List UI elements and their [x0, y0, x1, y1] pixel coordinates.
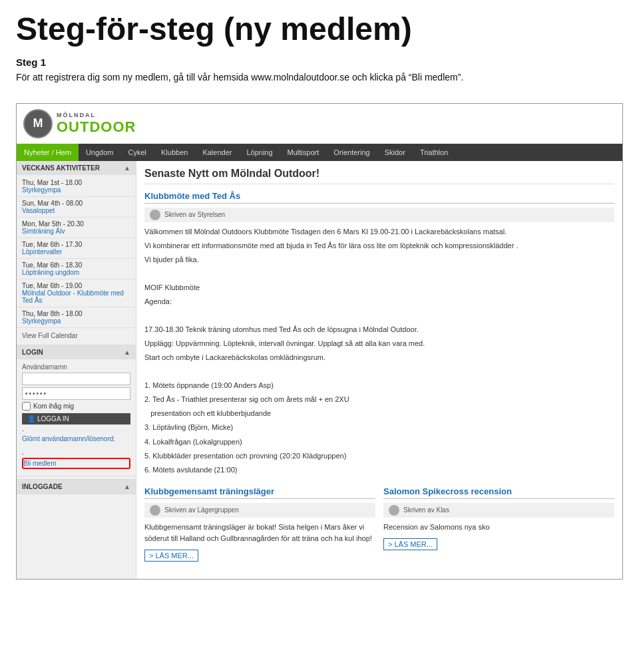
site-nav: Nyheter / Hem Ungdom Cykel Klubben Kalen…	[17, 144, 622, 161]
login-form: Användarnamn Kom ihåg mig 👤 LOGGA IN · G…	[17, 359, 136, 476]
inloggade-header[interactable]: INLOGGADE ▲	[17, 480, 136, 494]
author-label-3: Skriven av Klas	[403, 506, 449, 514]
list-item: Tue, Mar 6th - 17.30 Löpintervaller	[17, 240, 136, 257]
event-date: Tue, Mar 6th - 19.00	[22, 282, 130, 289]
avatar	[150, 210, 160, 220]
event-link[interactable]: Styrkegympa	[22, 186, 130, 194]
author-label-1: Skriven av Styrelsen	[164, 211, 225, 218]
veckans-label: VECKANS AKTIVITETER	[22, 164, 100, 172]
list-item: Mon, Mar 5th - 20.30 Simträning Älv	[17, 219, 136, 236]
inloggade-section: INLOGGADE ▲	[17, 479, 136, 494]
nav-item-cykel[interactable]: Cykel	[121, 144, 154, 161]
event-link[interactable]: Styrkegympa	[22, 317, 130, 325]
user-icon: 👤	[27, 415, 35, 422]
event-date: Tue, Mar 6th - 17.30	[22, 241, 130, 248]
event-link[interactable]: Löpintervaller	[22, 248, 130, 255]
author-bar-2: Skriven av Lägergruppen	[144, 503, 375, 518]
username-input[interactable]	[22, 373, 130, 385]
view-full-calendar-link[interactable]: View Full Calendar	[17, 329, 136, 342]
article-spikecross: Salomon Spikecross recension Skriven av …	[383, 486, 614, 562]
login-button-label: LOGGA IN	[37, 415, 69, 422]
las-mer-link-3[interactable]: > LÄS MER...	[383, 538, 437, 550]
inloggade-arrow: ▲	[124, 483, 130, 490]
divider	[17, 196, 136, 197]
divider	[17, 217, 136, 218]
site-content: VECKANS AKTIVITETER ▲ Thu, Mar 1st - 18.…	[17, 161, 622, 579]
author-bar-3: Skriven av Klas	[383, 503, 614, 518]
site-header: M MÖLNDAL OUTDOOR	[17, 104, 622, 144]
main-content: Senaste Nytt om Mölndal Outdoor! Klubbmö…	[136, 161, 622, 579]
top-section: Steg-för-steg (ny medlem) Steg 1 För att…	[0, 0, 639, 91]
password-input[interactable]	[22, 387, 130, 400]
event-date: Thu, Mar 8th - 18.00	[22, 310, 130, 317]
divider	[17, 258, 136, 259]
article-body-1: Välkommen till Mölndal Outdoors Klubbmöt…	[144, 226, 614, 476]
article-title-3[interactable]: Salomon Spikecross recension	[383, 486, 614, 499]
step-heading: Steg 1	[16, 57, 623, 68]
nav-item-ungdom[interactable]: Ungdom	[79, 144, 121, 161]
author-label-2: Skriven av Lägergruppen	[164, 506, 239, 514]
nav-item-home[interactable]: Nyheter / Hem	[17, 144, 79, 161]
event-date: Sun, Mar 4th - 08.00	[22, 200, 130, 207]
nav-item-triathlon[interactable]: Triathlon	[413, 144, 455, 161]
login-button[interactable]: 👤 LOGGA IN	[22, 413, 130, 424]
event-date: Tue, Mar 6th - 18.30	[22, 261, 130, 269]
inloggade-label: INLOGGADE	[22, 483, 63, 490]
login-header[interactable]: LOGIN ▲	[17, 345, 136, 359]
nav-item-orientering[interactable]: Orientering	[326, 144, 377, 161]
event-link[interactable]: Simträning Älv	[22, 228, 130, 235]
remember-checkbox[interactable]	[22, 402, 31, 411]
calendar-events: Thu, Mar 1st - 18.00 Styrkegympa Sun, Ma…	[17, 175, 136, 345]
login-links: · Glömt användarnamn/lösenord: · Bli med…	[22, 424, 130, 472]
article-klubbmote: Klubbmöte med Ted Ås Skriven av Styrelse…	[144, 191, 614, 476]
nav-item-kalender[interactable]: Kalender	[195, 144, 239, 161]
avatar	[150, 505, 160, 516]
veckans-section: VECKANS AKTIVITETER ▲ Thu, Mar 1st - 18.…	[17, 161, 136, 345]
article-traningslager: Klubbgemensamt träningsläger Skriven av …	[144, 486, 375, 562]
list-item: Thu, Mar 1st - 18.00 Styrkegympa	[17, 178, 136, 195]
list-item: Thu, Mar 8th - 18.00 Styrkegympa	[17, 309, 136, 326]
las-mer-link-2[interactable]: > LÄS MER...	[144, 550, 198, 562]
sidebar: VECKANS AKTIVITETER ▲ Thu, Mar 1st - 18.…	[17, 161, 136, 579]
logo-outdoor: OUTDOOR	[57, 119, 136, 135]
article-body-2: Klubbgemensamt träningsläger är bokat! S…	[144, 522, 375, 544]
remember-row: Kom ihåg mig	[22, 402, 130, 411]
list-item: Tue, Mar 6th - 19.00 Mölndal Outdoor - K…	[17, 281, 136, 305]
main-heading: Senaste Nytt om Mölndal Outdoor!	[144, 168, 614, 184]
website-screenshot: M MÖLNDAL OUTDOOR Nyheter / Hem Ungdom C…	[16, 103, 623, 580]
username-label: Användarnamn	[22, 363, 130, 371]
event-link[interactable]: Vasaloppet	[22, 207, 130, 214]
list-item: Sun, Mar 4th - 08.00 Vasaloppet	[17, 198, 136, 216]
logo-icon: M	[23, 109, 53, 138]
login-arrow: ▲	[124, 349, 130, 356]
divider	[17, 279, 136, 279]
page-title: Steg-för-steg (ny medlem)	[16, 12, 623, 47]
divider	[17, 238, 136, 238]
forgot-link[interactable]: Glömt användarnamn/lösenord:	[22, 434, 130, 443]
article-title-2[interactable]: Klubbgemensamt träningsläger	[144, 486, 375, 499]
login-section: LOGIN ▲ Användarnamn Kom ihåg mig 👤 LOGG…	[17, 345, 136, 476]
nav-item-klubben[interactable]: Klubben	[154, 144, 195, 161]
veckans-arrow: ▲	[124, 164, 130, 172]
avatar	[389, 505, 399, 516]
login-label: LOGIN	[22, 349, 43, 356]
article-title-1[interactable]: Klubbmöte med Ted Ås	[144, 191, 614, 204]
nav-item-lopning[interactable]: Löpning	[239, 144, 280, 161]
veckans-header[interactable]: VECKANS AKTIVITETER ▲	[17, 161, 136, 175]
author-bar-1: Skriven av Styrelsen	[144, 208, 614, 222]
event-date: Mon, Mar 5th - 20.30	[22, 220, 130, 228]
divider	[17, 327, 136, 328]
two-col-articles: Klubbgemensamt träningsläger Skriven av …	[144, 486, 614, 572]
bli-prefix: ·	[22, 450, 24, 458]
event-link[interactable]: Mölndal Outdoor - Klubbmöte med Ted Ås	[22, 289, 130, 304]
list-item: Tue, Mar 6th - 18.30 Löpträning ungdom	[17, 260, 136, 277]
bli-medlem-link[interactable]: Bli medlem	[22, 458, 130, 469]
remember-label: Kom ihåg mig	[33, 403, 74, 410]
forgot-text: ·	[22, 427, 24, 434]
nav-item-skidor[interactable]: Skidor	[377, 144, 413, 161]
nav-item-multisport[interactable]: Multisport	[280, 144, 327, 161]
logo-area: M MÖLNDAL OUTDOOR	[23, 109, 136, 138]
event-link[interactable]: Löpträning ungdom	[22, 269, 130, 276]
event-date: Thu, Mar 1st - 18.00	[22, 179, 130, 186]
step-text: För att registrera dig som ny medlem, gå…	[16, 71, 623, 84]
